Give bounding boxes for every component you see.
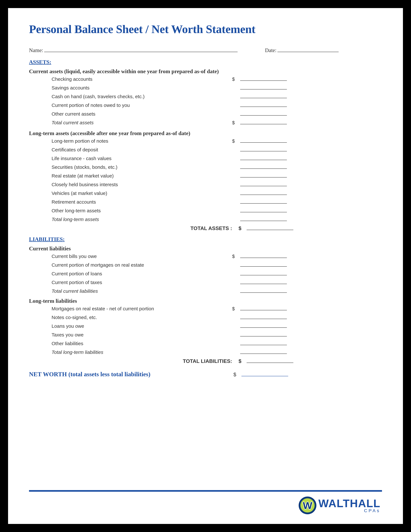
line-item: Taxes you owe: [52, 332, 383, 338]
dollar-sign: $: [232, 254, 239, 259]
dollar-sign: $: [232, 306, 239, 312]
amount-input-line[interactable]: [240, 315, 287, 319]
current-assets-rows: Checking accounts$ Savings accounts Cash…: [52, 76, 383, 125]
amount-input-line[interactable]: [240, 139, 287, 143]
subtotal-row: Total long-term liabilities: [52, 350, 383, 355]
line-item-label: Current portion of taxes: [52, 280, 232, 285]
line-item-label: Cash on hand (cash, travelers checks, et…: [52, 94, 232, 99]
dollar-sign: $: [239, 358, 245, 364]
line-item: Securities (stocks, bonds, etc.): [52, 164, 383, 170]
subtotal-row: Total long-term assets: [52, 217, 383, 222]
logo-sub: CPAs: [318, 508, 380, 513]
networth-label: NET WORTH (total assets less total liabi…: [29, 371, 234, 378]
subtotal-label: Total long-term assets: [52, 217, 232, 222]
line-item-label: Checking accounts: [52, 76, 232, 82]
line-item-label: Taxes you owe: [52, 332, 232, 338]
amount-input-line[interactable]: [240, 156, 287, 160]
line-item-label: Loans you owe: [52, 323, 232, 329]
line-item-label: Vehicles (at market value): [52, 190, 232, 196]
line-item-label: Life insurance - cash values: [52, 156, 232, 161]
dollar-sign: $: [232, 120, 239, 125]
amount-input-line[interactable]: [240, 271, 287, 275]
line-item: Other long-term assets: [52, 208, 383, 213]
amount-input-line[interactable]: [240, 85, 287, 89]
amount-input-line[interactable]: [240, 350, 287, 354]
amount-input-line[interactable]: [240, 217, 287, 221]
amount-input-line[interactable]: [240, 173, 287, 178]
dollar-sign: $: [232, 76, 239, 82]
line-item: Life insurance - cash values: [52, 156, 383, 161]
amount-input-line[interactable]: [240, 254, 287, 258]
longterm-liabilities-rows: Mortgages on real estate - net of curren…: [52, 306, 383, 355]
amount-input-line[interactable]: [247, 359, 293, 363]
amount-input-line[interactable]: [240, 182, 287, 186]
dollar-sign: $: [232, 138, 239, 144]
line-item-label: Other liabilities: [52, 341, 232, 346]
line-item-label: Notes co-signed, etc.: [52, 315, 232, 320]
total-assets-label: TOTAL ASSETS :: [29, 225, 239, 231]
current-assets-heading: Current assets (liquid, easily accessibl…: [29, 68, 383, 75]
line-item: Loans you owe: [52, 323, 383, 329]
total-assets-row: TOTAL ASSETS : $: [29, 225, 383, 231]
line-item: Current portion of mortgages on real est…: [52, 262, 383, 268]
line-item-label: Mortgages on real estate - net of curren…: [52, 306, 232, 312]
amount-input-line[interactable]: [240, 191, 287, 195]
amount-input-line[interactable]: [240, 280, 287, 284]
line-item-label: Securities (stocks, bonds, etc.): [52, 164, 232, 170]
line-item: Other current assets: [52, 111, 383, 117]
subtotal-label: Total current liabilities: [52, 288, 232, 294]
amount-input-line[interactable]: [240, 200, 287, 204]
amount-input-line[interactable]: [242, 372, 288, 376]
date-label: Date:: [265, 48, 276, 53]
line-item: Notes co-signed, etc.: [52, 315, 383, 320]
amount-input-line[interactable]: [240, 306, 287, 310]
amount-input-line[interactable]: [240, 289, 287, 293]
line-item-label: Other current assets: [52, 111, 232, 117]
line-item: Real estate (at market value): [52, 173, 383, 179]
amount-input-line[interactable]: [247, 226, 293, 230]
line-item: Savings accounts: [52, 85, 383, 91]
line-item: Certificates of deposit: [52, 147, 383, 152]
subtotal-label: Total current assets: [52, 120, 232, 125]
line-item-label: Current portion of notes owed to you: [52, 103, 232, 108]
dollar-sign: $: [239, 225, 245, 231]
line-item-label: Real estate (at market value): [52, 173, 232, 179]
amount-input-line[interactable]: [240, 208, 287, 212]
line-item-label: Long-term portion of notes: [52, 138, 232, 144]
line-item: Current portion of loans: [52, 271, 383, 276]
logo-text: WALTHALL CPAs: [318, 498, 380, 513]
amount-input-line[interactable]: [240, 94, 287, 98]
line-item-label: Closely held business interests: [52, 182, 232, 187]
name-input-line[interactable]: [44, 47, 238, 52]
line-item: Other liabilities: [52, 341, 383, 346]
amount-input-line[interactable]: [240, 323, 287, 328]
line-item-label: Certificates of deposit: [52, 147, 232, 152]
line-item: Current portion of notes owed to you: [52, 103, 383, 108]
amount-input-line[interactable]: [240, 120, 287, 124]
amount-input-line[interactable]: [240, 332, 287, 336]
amount-input-line[interactable]: [240, 76, 287, 81]
current-liabilities-rows: Current bills you owe$ Current portion o…: [52, 254, 383, 294]
dollar-sign: $: [234, 371, 240, 378]
logo-main: WALTHALL: [318, 498, 380, 509]
line-item: Cash on hand (cash, travelers checks, et…: [52, 94, 383, 99]
name-field: Name:: [29, 47, 238, 53]
amount-input-line[interactable]: [240, 111, 287, 116]
line-item: Vehicles (at market value): [52, 190, 383, 196]
line-item: Current bills you owe$: [52, 254, 383, 259]
longterm-liabilities-heading: Long-term liabilities: [29, 298, 383, 304]
amount-input-line[interactable]: [240, 262, 287, 267]
assets-heading: ASSETS:: [29, 59, 383, 65]
amount-input-line[interactable]: [240, 165, 287, 169]
amount-input-line[interactable]: [240, 103, 287, 107]
line-item-label: Retirement accounts: [52, 199, 232, 205]
header-fields: Name: Date:: [29, 47, 383, 53]
subtotal-label: Total long-term liabilities: [52, 350, 232, 355]
page: Personal Balance Sheet / Net Worth State…: [8, 8, 403, 524]
amount-input-line[interactable]: [240, 341, 287, 345]
line-item-label: Savings accounts: [52, 85, 232, 91]
amount-input-line[interactable]: [240, 147, 287, 151]
date-input-line[interactable]: [277, 47, 339, 52]
longterm-assets-heading: Long-term assets (accessible after one y…: [29, 130, 383, 136]
line-item: Current portion of taxes: [52, 280, 383, 285]
